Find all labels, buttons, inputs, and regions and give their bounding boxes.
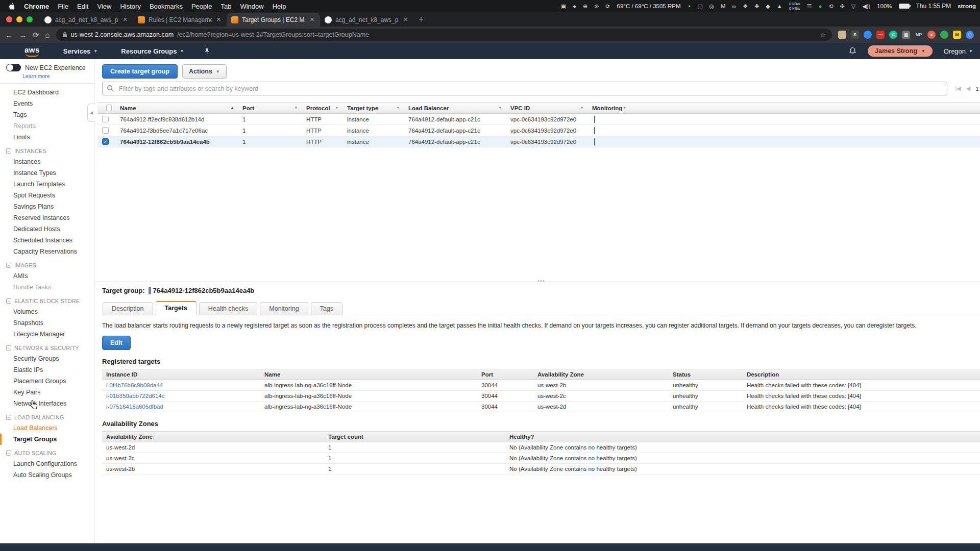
collapse-section-icon[interactable]: − [6, 450, 11, 456]
row-checkbox-checked[interactable]: ✓ [102, 138, 109, 145]
sidebar-item-placement-groups[interactable]: Placement Groups [0, 375, 94, 387]
filter-caret-icon[interactable]: ▼ [580, 106, 584, 110]
wifi-icon[interactable]: ▽ [851, 3, 855, 10]
table-row-selected[interactable]: ✓ 764a4912-12f862cb5b9aa14ea4b 1 HTTP in… [97, 136, 980, 147]
sidebar-item-instances[interactable]: Instances [0, 156, 94, 167]
sidebar-item-dedicated-hosts[interactable]: Dedicated Hosts [0, 223, 94, 235]
list-icon[interactable]: ☰ [807, 3, 812, 10]
monitoring-chart-icon[interactable] [594, 116, 595, 123]
fan-icon[interactable]: ✣ [840, 3, 845, 10]
sidebar-item-tags[interactable]: Tags [0, 109, 94, 120]
launcher-icon[interactable]: ▲ [777, 3, 782, 9]
reload-button[interactable]: ⟳ [33, 31, 39, 39]
column-header-monitoring[interactable]: Monitoring▼ [588, 103, 629, 113]
column-header-port[interactable]: Port▼ [238, 103, 302, 113]
back-button[interactable]: ← [5, 31, 13, 39]
phone-icon[interactable]: ◎ [709, 3, 715, 10]
sidebar-item-elastic-ips[interactable]: Elastic IPs [0, 364, 94, 375]
extension-icon[interactable]: M [953, 31, 961, 39]
tab-close-icon[interactable]: ✕ [215, 16, 222, 23]
forward-button[interactable]: → [19, 31, 27, 39]
sidebar-section-load-balancing[interactable]: − LOAD BALANCING [0, 409, 94, 422]
display-icon[interactable]: ▢ [697, 3, 702, 10]
sidebar-item-snapshots[interactable]: Snapshots [0, 317, 94, 329]
monitoring-chart-icon[interactable] [594, 138, 595, 145]
new-ec2-experience-toggle[interactable] [6, 64, 21, 71]
vpn-icon[interactable]: M [721, 3, 725, 9]
sidebar-item-launch-templates[interactable]: Launch Templates [0, 179, 94, 190]
sidebar-item-savings-plans[interactable]: Savings Plans [0, 201, 94, 212]
filter-caret-icon[interactable]: ▼ [498, 106, 502, 110]
menubar-item-view[interactable]: View [97, 3, 111, 10]
column-header-vpc-id[interactable]: VPC ID▼ [506, 103, 588, 113]
services-menu[interactable]: Services ▼ [63, 47, 97, 55]
sidebar-item-reports[interactable]: Reports [0, 120, 94, 132]
filter-caret-icon[interactable]: ▼ [396, 106, 400, 110]
menubar-item-edit[interactable]: Edit [77, 3, 88, 10]
sidebar-item-amis[interactable]: AMIs [0, 270, 94, 282]
globe-icon[interactable]: ⊕ [583, 3, 587, 10]
docker-icon[interactable]: ⊛ [594, 3, 599, 10]
notifications-bell-icon[interactable] [849, 47, 856, 55]
instance-id-link[interactable]: i-01b350abb722d614c [102, 393, 260, 399]
sidebar-item-capacity-reservations[interactable]: Capacity Reservations [0, 246, 94, 257]
region-menu[interactable]: Oregon ▼ [944, 47, 973, 55]
menubar-item-file[interactable]: File [58, 3, 68, 10]
filter-caret-icon[interactable]: ▼ [294, 106, 298, 110]
apple-icon[interactable] [9, 3, 15, 10]
sidebar-item-load-balancers[interactable]: Load Balancers [0, 422, 94, 434]
sidebar-item-network-interfaces[interactable]: Network Interfaces [0, 398, 94, 409]
extension-icon[interactable]: NP [915, 31, 923, 39]
edit-button[interactable]: Edit [102, 336, 131, 350]
menubar-item-window[interactable]: Window [240, 3, 263, 10]
select-all-checkbox[interactable] [106, 105, 112, 111]
sidebar-item-limits[interactable]: Limits [0, 132, 94, 143]
menubar-item-history[interactable]: History [120, 3, 140, 10]
minimize-window-button[interactable] [16, 16, 22, 22]
sidebar-section-auto-scaling[interactable]: − AUTO SCALING [0, 445, 94, 458]
extension-icon[interactable]: ⬡ [966, 31, 974, 39]
extension-icon[interactable]: S [851, 31, 859, 39]
bell-status-icon[interactable]: ◆ [766, 3, 770, 10]
sidebar-item-reserved-instances[interactable]: Reserved Instances [0, 212, 94, 223]
sidebar-item-volumes[interactable]: Volumes [0, 306, 94, 317]
filter-caret-icon[interactable]: ▼ [335, 106, 339, 110]
tab-health-checks[interactable]: Health checks [199, 302, 258, 315]
menubar-username[interactable]: strong [958, 3, 976, 9]
filter-input[interactable] [102, 82, 947, 95]
tab-monitoring[interactable]: Monitoring [260, 302, 308, 315]
sidebar-item-spot-requests[interactable]: Spot Requests [0, 190, 94, 201]
sidebar-item-lifecycle-manager[interactable]: Lifecycle Manager [0, 329, 94, 340]
time-machine-icon[interactable]: ⟲ [828, 3, 833, 10]
menubar-item-tab[interactable]: Tab [220, 3, 231, 10]
aws-logo[interactable]: aws [24, 46, 40, 57]
sidebar-item-ec2-dashboard[interactable]: EC2 Dashboard [0, 87, 94, 98]
tab-tags[interactable]: Tags [311, 302, 342, 315]
menubar-item-people[interactable]: People [191, 3, 212, 10]
create-target-group-button[interactable]: Create target group [102, 64, 178, 79]
sidebar-item-instance-types[interactable]: Instance Types [0, 167, 94, 179]
extension-icon[interactable]: x [927, 31, 936, 39]
sidebar-section-ebs[interactable]: − ELASTIC BLOCK STORE [0, 293, 94, 306]
column-header-name[interactable]: Name▲ [116, 103, 238, 113]
sync-icon[interactable]: ⟳ [605, 3, 610, 10]
home-button[interactable]: ⌂ [45, 31, 50, 39]
sidebar-item-security-groups[interactable]: Security Groups [0, 353, 94, 364]
splitter-drag-handle[interactable]: ••• [537, 278, 545, 284]
account-menu[interactable]: James Strong ▼ [868, 45, 933, 57]
extension-icon[interactable]: ⋯ [876, 31, 885, 39]
address-bar[interactable]: us-west-2.console.aws.amazon.com/ec2/hom… [56, 29, 832, 41]
screen-record-icon[interactable]: ▣ [561, 3, 566, 10]
extension-icon[interactable] [864, 31, 872, 39]
collapse-section-icon[interactable]: − [6, 345, 11, 350]
column-header-target-type[interactable]: Target type▼ [343, 103, 404, 113]
previous-page-icon[interactable]: ◀ [966, 85, 970, 92]
collapse-section-icon[interactable]: − [6, 298, 11, 304]
controller-icon[interactable]: ◔ [687, 3, 691, 9]
panel-splitter[interactable]: ••• [95, 282, 980, 282]
resource-groups-menu[interactable]: Resource Groups ▼ [121, 47, 184, 55]
tab-description[interactable]: Description [103, 302, 153, 315]
sidebar-item-launch-configurations[interactable]: Launch Configurations [0, 458, 94, 469]
menubar-item-chrome[interactable]: Chrome [24, 3, 49, 10]
new-tab-button[interactable]: + [419, 14, 424, 24]
